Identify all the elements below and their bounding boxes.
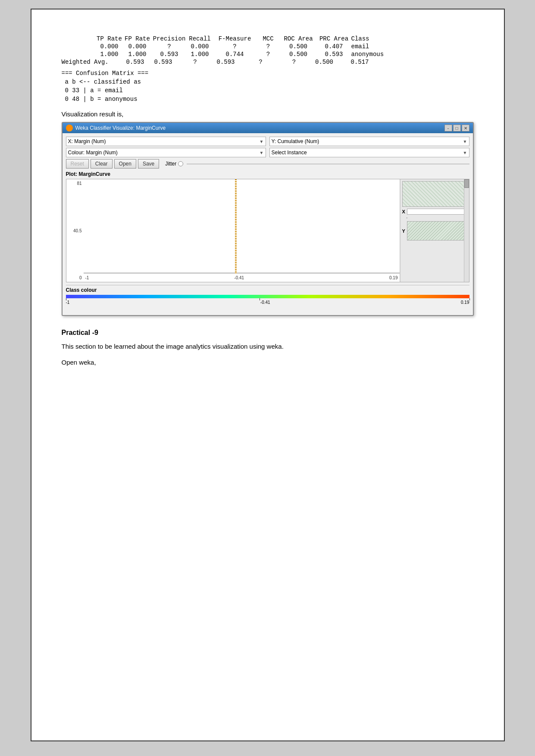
colour-dropdown[interactable]: Colour: Margin (Num) ▼ (66, 148, 266, 157)
w-fp: 0.593 (149, 59, 178, 66)
cell-r2-re: 1.000 (187, 51, 213, 58)
x-axis-label: X: Margin (Num) (68, 138, 106, 144)
maximize-button[interactable]: □ (453, 125, 461, 131)
class-colour-label: Class colour (66, 287, 469, 293)
colour-label: Colour: Margin (Num) (68, 150, 118, 156)
sidebar-y-label: Y (402, 228, 405, 234)
class-colour-section: Class colour -1 -0.41 0.19 (66, 285, 469, 305)
metrics-weighted-row: Weighted Avg. 0.593 0.593 ? 0.593 ? ? 0.… (62, 59, 474, 66)
col-fmeasure: F-Measure (213, 35, 257, 42)
cell-r1-tp: 0.000 (96, 43, 123, 50)
cell-r2-class: anonymous (351, 51, 384, 58)
weka-app-icon (66, 125, 73, 131)
colour-arrow: ▼ (260, 150, 264, 155)
weka-titlebar: Weka Classifier Visualize: MarginCurve -… (63, 123, 473, 133)
practical-instruction: Open weka, (62, 358, 474, 368)
cell-r1-prc: 0.407 (317, 43, 351, 50)
y-axis-label: Y: Cumulative (Num) (272, 138, 319, 144)
confusion-legend: a b <-- classified as (62, 78, 474, 85)
class-colour-bar (66, 295, 469, 298)
cell-r2-prc: 0.593 (317, 51, 351, 58)
cell-r2-fm: 0.744 (213, 51, 257, 58)
w-mc: ? (282, 59, 306, 66)
axis-row-1: X: Margin (Num) ▼ Y: Cumulative (Num) ▼ (66, 137, 469, 146)
cell-r2-mc: ? (257, 51, 280, 58)
metrics-row-1: 0.000 0.000 ? 0.000 ? ? 0.500 0.407 emai… (62, 43, 474, 50)
open-button[interactable]: Open (114, 159, 136, 169)
sidebar-dot: · (402, 216, 467, 220)
scrollbar-vertical[interactable] (464, 179, 469, 282)
class-colour-bar-container: -1 -0.41 0.19 (66, 295, 469, 305)
col-class: Class (351, 35, 377, 42)
col-roc: ROC Area (280, 35, 317, 42)
w-re: 0.593 (213, 59, 239, 66)
select-instance-arrow: ▼ (463, 150, 467, 155)
confusion-header: === Confusion Matrix === (62, 70, 474, 77)
y-axis-arrow: ▼ (463, 139, 467, 144)
cell-r1-re: 0.000 (187, 43, 213, 50)
sidebar-x-row: X (402, 209, 467, 215)
weka-window: Weka Classifier Visualize: MarginCurve -… (62, 122, 474, 316)
w-fm: ? (239, 59, 282, 66)
close-button[interactable]: ✕ (462, 125, 469, 131)
jitter-slider-track[interactable] (187, 164, 469, 164)
col-mcc: MCC (257, 35, 280, 42)
sidebar-x-input[interactable] (407, 209, 467, 215)
tick-left (66, 298, 66, 300)
scatter-dots (235, 179, 237, 273)
select-instance-label: Select Instance (272, 150, 307, 156)
x-axis-dropdown[interactable]: X: Margin (Num) ▼ (66, 137, 266, 146)
plot-title: Plot: MarginCurve (66, 171, 469, 177)
cell-r2-roc: 0.500 (280, 51, 317, 58)
colour-label-min: -1 (66, 300, 70, 305)
axis-row-2: Colour: Margin (Num) ▼ Select Instance ▼ (66, 148, 469, 157)
visualization-label: Visualization result is, (62, 110, 474, 118)
w-roc: 0.500 (306, 59, 343, 66)
cell-r1-class: email (351, 43, 377, 50)
sidebar-image-bottom (407, 221, 467, 241)
reset-button[interactable]: Reset (66, 159, 89, 169)
col-tp-rate: TP Rate (96, 35, 123, 42)
select-instance-dropdown[interactable]: Select Instance ▼ (269, 148, 469, 157)
y-label-mid: 40.5 (66, 228, 84, 233)
plot-sidebar: X · Y (400, 179, 469, 282)
col-recall: Recall (187, 35, 213, 42)
scrollbar-thumb[interactable] (464, 179, 469, 188)
col-precision: Precision (152, 35, 187, 42)
col-fp-rate: FP Rate (123, 35, 152, 42)
jitter-control[interactable] (178, 161, 183, 166)
x-axis: -1 -0.41 0.19 (84, 273, 400, 282)
x-axis-arrow: ▼ (260, 139, 264, 144)
metrics-header: TP Rate FP Rate Precision Recall F-Measu… (62, 35, 474, 42)
confusion-row-1: 0 33 | a = email (62, 87, 474, 94)
sidebar-image-top (402, 181, 467, 207)
save-button[interactable]: Save (138, 159, 159, 169)
win-controls[interactable]: - □ ✕ (444, 125, 469, 131)
minimize-button[interactable]: - (444, 125, 452, 131)
button-row: Reset Clear Open Save Jitter (66, 159, 469, 169)
cell-r1-fm: ? (213, 43, 257, 50)
plot-main: 81 40.5 0 -1 -0.41 0 (66, 179, 400, 282)
tick-right (469, 298, 470, 300)
y-axis-dropdown[interactable]: Y: Cumulative (Num) ▼ (269, 137, 469, 146)
col-prc: PRC Area (317, 35, 351, 42)
colour-label-mid: -0.41 (260, 300, 270, 305)
x-label-right: 0.19 (389, 275, 397, 280)
y-label-top: 81 (66, 181, 84, 186)
w-prc: 0.517 (343, 59, 377, 66)
cell-r1-fp: 0.000 (123, 43, 152, 50)
page: TP Rate FP Rate Precision Recall F-Measu… (31, 9, 505, 741)
practical-description: This section to be learned about the ima… (62, 342, 474, 352)
cell-r2-tp: 1.000 (96, 51, 123, 58)
weka-body: X: Margin (Num) ▼ Y: Cumulative (Num) ▼ … (63, 133, 473, 315)
colour-label-max: 0.19 (461, 300, 469, 305)
x-label-mid: -0.41 (234, 275, 244, 280)
weka-title: Weka Classifier Visualize: MarginCurve (75, 125, 166, 131)
clear-button[interactable]: Clear (91, 159, 113, 169)
plot-canvas (84, 179, 400, 273)
class-colour-labels: -1 -0.41 0.19 (66, 300, 469, 305)
sidebar-y-row: Y (402, 221, 467, 241)
metrics-row-2: 1.000 1.000 0.593 1.000 0.744 ? 0.500 0.… (62, 51, 474, 58)
tick-mid (260, 298, 260, 300)
w-tp: 0.593 (122, 59, 149, 66)
